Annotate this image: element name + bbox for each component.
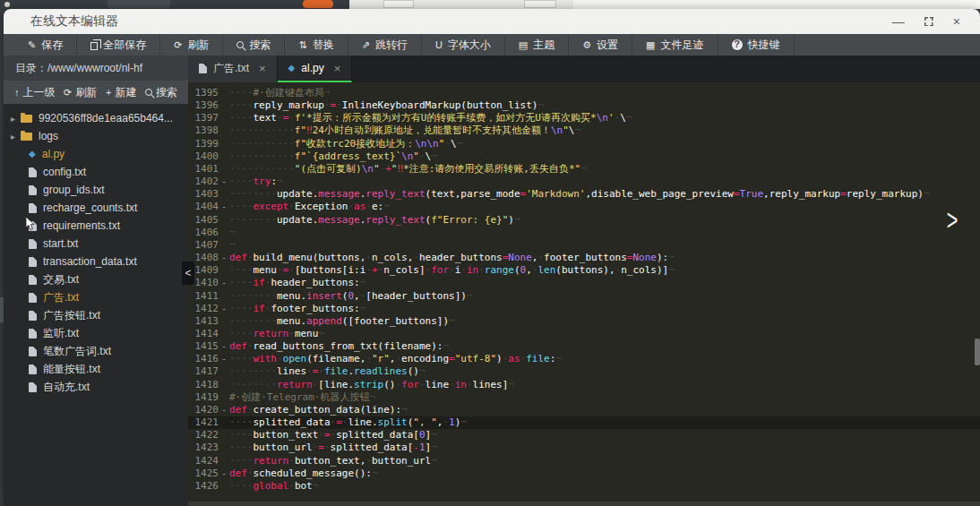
sidebar-action-label: 新建 — [115, 85, 136, 100]
tree-file-config.txt[interactable]: config.txt — [4, 163, 188, 181]
tree-folder-logs[interactable]: ▸logs — [4, 127, 188, 145]
code-line-1426[interactable]: 1426····global·bot¬ — [188, 480, 980, 493]
fold-marker[interactable]: - — [219, 340, 229, 353]
code-line-1424[interactable]: 1424····return·button_text,·button_url¬ — [188, 455, 980, 467]
tree-file-自动充.txt[interactable]: 自动充.txt — [4, 378, 188, 396]
code-line-1407[interactable]: 1407¬ — [188, 239, 980, 252]
code-line-1400[interactable]: 1400···········f"`{address_text}`\n"·\¬ — [188, 150, 980, 163]
toolbar-button-settings[interactable]: ⚙设置 — [569, 34, 632, 56]
sidebar-action-label: 上一级 — [23, 85, 56, 100]
toolbar-label-font-size: 字体大小 — [448, 38, 491, 53]
tree-file-recharge_counts.txt[interactable]: recharge_counts.txt — [4, 199, 188, 217]
sidebar-action-search[interactable]: 搜索 — [145, 85, 177, 100]
code-text: ····button_text·=·splitted_data[0]¬ — [229, 429, 437, 442]
tree-file-广告.txt[interactable]: 广告.txt — [4, 288, 188, 306]
toolbar-button-font-size[interactable]: U字体大小 — [422, 34, 505, 56]
code-line-1420[interactable]: 1420-def·create_button_data(line):¬ — [188, 404, 980, 416]
code-line-1414[interactable]: 1414····return·menu¬ — [188, 328, 980, 340]
code-line-1425[interactable]: 1425-def·scheduled_message():¬ — [188, 467, 980, 480]
tree-file-能量按钮.txt[interactable]: 能量按钮.txt — [4, 360, 188, 378]
fold-marker[interactable]: - — [219, 404, 229, 416]
tree-file-笔数广告词.txt[interactable]: 笔数广告词.txt — [4, 342, 188, 360]
tree-file-group_ids.txt[interactable]: group_ids.txt — [4, 181, 188, 199]
fold-gutter — [219, 138, 229, 150]
line-number: 1414 — [188, 328, 219, 340]
tree-file-广告按钮.txt[interactable]: 广告按钮.txt — [4, 306, 188, 324]
line-number: 1402 — [188, 176, 219, 188]
toolbar-button-goto-line[interactable]: ⇗跳转行 — [348, 34, 422, 56]
text-file-icon — [29, 347, 37, 356]
code-text: ········update.message.reply_text(text,p… — [229, 188, 930, 201]
tree-file-交易.txt[interactable]: 交易.txt — [4, 270, 188, 288]
code-line-1406[interactable]: 1406¬ — [188, 227, 980, 239]
code-text: ········lines·=·file.readlines()¬ — [229, 365, 426, 378]
toolbar-button-shortcuts[interactable]: ?快捷键 — [718, 34, 795, 56]
tab-close-icon[interactable]: × — [334, 62, 341, 75]
sidebar-action-new[interactable]: +新建 — [106, 85, 136, 100]
toolbar-button-file-footprint[interactable]: ▦文件足迹 — [632, 34, 718, 56]
code-line-1399[interactable]: 1399···········f"收款trc20接收地址为：\n\n"·\¬ — [188, 138, 980, 150]
close-icon[interactable]: × — [953, 15, 960, 28]
toolbar-button-theme[interactable]: ▤主题 — [505, 34, 569, 56]
fold-marker[interactable]: - — [219, 303, 229, 315]
code-line-1415[interactable]: 1415-def·read_buttons_from_txt(filename)… — [188, 340, 980, 353]
tree-file-start.txt[interactable]: start.txt — [4, 235, 188, 253]
code-line-1395[interactable]: 1395····#·创建键盘布局¬ — [188, 87, 980, 99]
toolbar-button-save-all[interactable]: 全部保存 — [77, 34, 160, 56]
sidebar-action-up-level[interactable]: ↑上一级 — [14, 85, 56, 100]
tree-file-al.py[interactable]: ◆al.py — [4, 145, 188, 163]
code-line-1401[interactable]: 1401···········"(点击可复制)\n"·+"‼*注意:请勿使用交易… — [188, 163, 980, 176]
tree-file-transaction_data.txt[interactable]: transaction_data.txt — [4, 253, 188, 270]
fold-marker[interactable]: - — [219, 277, 229, 289]
code-line-1421[interactable]: 1421····splitted_data·=·line.split(", ",… — [188, 416, 980, 429]
tab-close-icon[interactable]: × — [259, 62, 266, 75]
code-text: def·read_buttons_from_txt(filename):¬ — [229, 340, 449, 353]
code-line-1397[interactable]: 1397····text·=·f'*提示：所示金额为对方有U的转账手续费，如对方… — [188, 112, 980, 124]
scrollbar-thumb[interactable] — [975, 339, 980, 365]
code-line-1419[interactable]: 1419#·创建·Telegram·机器人按钮¬ — [188, 391, 980, 404]
toolbar-button-save[interactable]: ✎保存 — [14, 34, 77, 56]
line-number: 1411 — [188, 290, 219, 303]
code-line-1413[interactable]: 1413········menu.append([footer_buttons]… — [188, 315, 980, 328]
code-line-1398[interactable]: 1398···········f"‼24小时自动到账原地址，兑能量暂时不支持其他… — [188, 124, 980, 137]
code-line-1405[interactable]: 1405········update.message.reply_text(f"… — [188, 214, 980, 227]
chevron-right-icon[interactable]: > — [947, 203, 959, 237]
toolbar-button-replace[interactable]: ⇅替换 — [285, 34, 348, 56]
minimize-icon[interactable]: — — [892, 15, 905, 28]
tab-广告.txt[interactable]: 广告.txt× — [188, 56, 278, 82]
code-line-1408[interactable]: 1408-def·build_menu(buttons,·n_cols,·hea… — [188, 252, 980, 264]
code-line-1412[interactable]: 1412-····if·footer_buttons:¬ — [188, 303, 980, 315]
code-line-1410[interactable]: 1410-····if·header_buttons:¬ — [188, 277, 980, 289]
code-line-1411[interactable]: 1411········menu.insert(0,·[header_butto… — [188, 290, 980, 303]
tree-folder-9920536ff8de1eaa65b464...[interactable]: ▸9920536ff8de1eaa65b464... — [4, 109, 188, 127]
fold-marker[interactable]: - — [219, 176, 229, 188]
toolbar-button-refresh[interactable]: ⟳刷新 — [160, 34, 223, 56]
tree-file-监听.txt[interactable]: 监听.txt — [4, 324, 188, 342]
code-line-1422[interactable]: 1422····button_text·=·splitted_data[0]¬ — [188, 429, 980, 442]
code-text: def·create_button_data(line):¬ — [229, 404, 408, 416]
code-area[interactable]: 1395····#·创建键盘布局¬1396····reply_markup·=·… — [188, 82, 980, 506]
text-file-icon — [29, 185, 37, 195]
line-number: 1398 — [188, 124, 219, 137]
code-line-1417[interactable]: 1417········lines·=·file.readlines()¬ — [188, 365, 980, 378]
code-line-1402[interactable]: 1402-····try:¬ — [188, 176, 980, 188]
fold-marker[interactable]: - — [219, 201, 229, 213]
code-line-1409[interactable]: 1409····menu·=·[buttons[i:i·+·n_cols]·fo… — [188, 264, 980, 277]
tab-al.py[interactable]: ◆al.py× — [278, 56, 353, 82]
toolbar-button-search[interactable]: 搜索 — [223, 34, 285, 56]
sidebar-action-refresh[interactable]: ⟳刷新 — [64, 85, 97, 100]
code-line-1404[interactable]: 1404-····except·Exception·as·e:¬ — [188, 201, 980, 213]
code-text: ···········f"‼24小时自动到账原地址，兑能量暂时不支持其他金额！\… — [229, 124, 580, 137]
theme-icon: ▤ — [519, 40, 528, 50]
fold-gutter — [219, 163, 229, 176]
code-line-1403[interactable]: 1403········update.message.reply_text(te… — [188, 188, 980, 201]
code-line-1418[interactable]: 1418········return·[line.strip()·for·lin… — [188, 379, 980, 391]
fold-marker[interactable]: - — [219, 353, 229, 365]
code-line-1423[interactable]: 1423····button_url·=·splitted_data[-1]¬ — [188, 442, 980, 454]
code-line-1416[interactable]: 1416-····with·open(filename,·"r",·encodi… — [188, 353, 980, 365]
sidebar-collapse-handle[interactable]: < — [182, 262, 194, 285]
fullscreen-icon[interactable] — [924, 17, 933, 26]
fold-marker[interactable]: - — [219, 252, 229, 264]
fold-marker[interactable]: - — [219, 467, 229, 480]
code-line-1396[interactable]: 1396····reply_markup·=·InlineKeyboardMar… — [188, 99, 980, 112]
